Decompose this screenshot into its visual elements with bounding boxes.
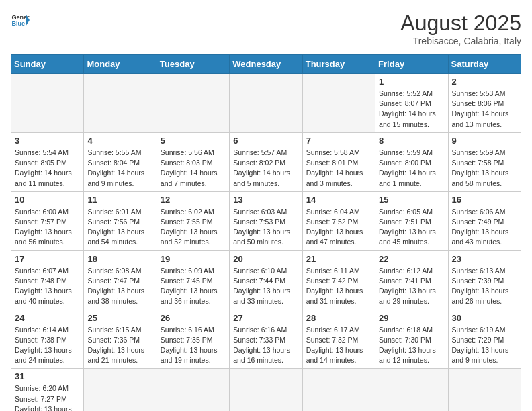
calendar-cell	[230, 74, 302, 133]
day-info: Sunrise: 5:52 AMSunset: 8:07 PMDaylight:…	[379, 89, 444, 130]
day-number: 12	[161, 195, 226, 205]
day-info: Sunrise: 5:54 AMSunset: 8:05 PMDaylight:…	[15, 148, 80, 189]
calendar-week-row: 3Sunrise: 5:54 AMSunset: 8:05 PMDaylight…	[11, 132, 521, 191]
day-number: 14	[306, 195, 371, 205]
day-info: Sunrise: 5:59 AMSunset: 8:00 PMDaylight:…	[379, 148, 444, 189]
day-info: Sunrise: 5:59 AMSunset: 7:58 PMDaylight:…	[452, 148, 517, 189]
day-info: Sunrise: 6:02 AMSunset: 7:55 PMDaylight:…	[161, 207, 226, 248]
calendar-cell: 12Sunrise: 6:02 AMSunset: 7:55 PMDayligh…	[157, 191, 229, 250]
calendar-cell	[448, 369, 521, 411]
weekday-header-wednesday: Wednesday	[230, 55, 302, 74]
calendar-cell: 19Sunrise: 6:09 AMSunset: 7:45 PMDayligh…	[157, 250, 229, 310]
calendar-week-row: 10Sunrise: 6:00 AMSunset: 7:57 PMDayligh…	[11, 191, 521, 250]
calendar-cell: 3Sunrise: 5:54 AMSunset: 8:05 PMDaylight…	[11, 132, 84, 191]
svg-text:Blue: Blue	[11, 20, 25, 27]
calendar-week-row: 1Sunrise: 5:52 AMSunset: 8:07 PMDaylight…	[11, 74, 521, 133]
calendar-cell: 21Sunrise: 6:11 AMSunset: 7:42 PMDayligh…	[302, 250, 375, 310]
calendar-cell: 16Sunrise: 6:06 AMSunset: 7:49 PMDayligh…	[448, 191, 521, 250]
calendar-cell: 22Sunrise: 6:12 AMSunset: 7:41 PMDayligh…	[375, 250, 448, 310]
day-number: 19	[161, 254, 226, 264]
day-info: Sunrise: 6:16 AMSunset: 7:33 PMDaylight:…	[233, 325, 298, 366]
day-info: Sunrise: 6:18 AMSunset: 7:30 PMDaylight:…	[379, 325, 444, 366]
day-info: Sunrise: 5:58 AMSunset: 8:01 PMDaylight:…	[306, 148, 371, 189]
day-number: 17	[15, 254, 80, 264]
day-info: Sunrise: 6:09 AMSunset: 7:45 PMDaylight:…	[161, 266, 226, 307]
logo: General Blue	[11, 11, 30, 30]
day-info: Sunrise: 6:11 AMSunset: 7:42 PMDaylight:…	[306, 266, 371, 307]
day-number: 8	[379, 136, 444, 146]
calendar-cell	[302, 369, 375, 411]
day-number: 15	[379, 195, 444, 205]
calendar-cell: 25Sunrise: 6:15 AMSunset: 7:36 PMDayligh…	[84, 310, 157, 369]
calendar-cell	[84, 369, 157, 411]
weekday-header-sunday: Sunday	[11, 55, 84, 74]
day-number: 9	[452, 136, 517, 146]
calendar-cell: 23Sunrise: 6:13 AMSunset: 7:39 PMDayligh…	[448, 250, 521, 310]
calendar-cell: 6Sunrise: 5:57 AMSunset: 8:02 PMDaylight…	[230, 132, 302, 191]
day-number: 3	[15, 136, 80, 146]
weekday-header-thursday: Thursday	[302, 55, 375, 74]
day-info: Sunrise: 6:12 AMSunset: 7:41 PMDaylight:…	[379, 266, 444, 307]
day-number: 11	[87, 195, 152, 205]
calendar-cell: 26Sunrise: 6:16 AMSunset: 7:35 PMDayligh…	[157, 310, 229, 369]
day-info: Sunrise: 6:03 AMSunset: 7:53 PMDaylight:…	[233, 207, 298, 248]
day-number: 23	[452, 254, 517, 264]
day-info: Sunrise: 5:55 AMSunset: 8:04 PMDaylight:…	[87, 148, 152, 189]
day-number: 2	[452, 77, 517, 87]
calendar-cell	[230, 369, 302, 411]
calendar-table: SundayMondayTuesdayWednesdayThursdayFrid…	[11, 54, 521, 411]
calendar-cell: 20Sunrise: 6:10 AMSunset: 7:44 PMDayligh…	[230, 250, 302, 310]
location-subtitle: Trebisacce, Calabria, Italy	[400, 36, 521, 46]
day-number: 27	[233, 313, 298, 323]
day-info: Sunrise: 6:19 AMSunset: 7:29 PMDaylight:…	[452, 325, 517, 366]
calendar-cell: 17Sunrise: 6:07 AMSunset: 7:48 PMDayligh…	[11, 250, 84, 310]
calendar-week-row: 31Sunrise: 6:20 AMSunset: 7:27 PMDayligh…	[11, 369, 521, 411]
weekday-header-friday: Friday	[375, 55, 448, 74]
day-number: 21	[306, 254, 371, 264]
calendar-cell	[11, 74, 84, 133]
day-number: 20	[233, 254, 298, 264]
weekday-header-monday: Monday	[84, 55, 157, 74]
calendar-cell: 29Sunrise: 6:18 AMSunset: 7:30 PMDayligh…	[375, 310, 448, 369]
day-info: Sunrise: 6:07 AMSunset: 7:48 PMDaylight:…	[15, 266, 80, 307]
title-area: August 2025 Trebisacce, Calabria, Italy	[400, 11, 521, 46]
day-number: 31	[15, 371, 80, 381]
day-number: 7	[306, 136, 371, 146]
day-info: Sunrise: 6:15 AMSunset: 7:36 PMDaylight:…	[87, 325, 152, 366]
calendar-cell: 2Sunrise: 5:53 AMSunset: 8:06 PMDaylight…	[448, 74, 521, 133]
calendar-cell: 15Sunrise: 6:05 AMSunset: 7:51 PMDayligh…	[375, 191, 448, 250]
month-year-title: August 2025	[400, 11, 521, 36]
day-number: 29	[379, 313, 444, 323]
weekday-header-saturday: Saturday	[448, 55, 521, 74]
calendar-cell: 8Sunrise: 5:59 AMSunset: 8:00 PMDaylight…	[375, 132, 448, 191]
calendar-cell: 11Sunrise: 6:01 AMSunset: 7:56 PMDayligh…	[84, 191, 157, 250]
day-info: Sunrise: 5:57 AMSunset: 8:02 PMDaylight:…	[233, 148, 298, 189]
calendar-cell: 28Sunrise: 6:17 AMSunset: 7:32 PMDayligh…	[302, 310, 375, 369]
day-number: 25	[87, 313, 152, 323]
day-number: 16	[452, 195, 517, 205]
day-info: Sunrise: 6:06 AMSunset: 7:49 PMDaylight:…	[452, 207, 517, 248]
calendar-cell	[157, 369, 229, 411]
day-number: 24	[15, 313, 80, 323]
day-info: Sunrise: 6:01 AMSunset: 7:56 PMDaylight:…	[87, 207, 152, 248]
day-number: 18	[87, 254, 152, 264]
day-number: 13	[233, 195, 298, 205]
calendar-week-row: 24Sunrise: 6:14 AMSunset: 7:38 PMDayligh…	[11, 310, 521, 369]
day-info: Sunrise: 6:14 AMSunset: 7:38 PMDaylight:…	[15, 325, 80, 366]
day-info: Sunrise: 6:17 AMSunset: 7:32 PMDaylight:…	[306, 325, 371, 366]
logo-icon: General Blue	[11, 11, 30, 30]
calendar-cell: 5Sunrise: 5:56 AMSunset: 8:03 PMDaylight…	[157, 132, 229, 191]
calendar-cell: 24Sunrise: 6:14 AMSunset: 7:38 PMDayligh…	[11, 310, 84, 369]
day-number: 1	[379, 77, 444, 87]
calendar-cell: 13Sunrise: 6:03 AMSunset: 7:53 PMDayligh…	[230, 191, 302, 250]
day-info: Sunrise: 6:00 AMSunset: 7:57 PMDaylight:…	[15, 207, 80, 248]
calendar-cell	[375, 369, 448, 411]
day-info: Sunrise: 6:13 AMSunset: 7:39 PMDaylight:…	[452, 266, 517, 307]
day-number: 6	[233, 136, 298, 146]
calendar-cell: 9Sunrise: 5:59 AMSunset: 7:58 PMDaylight…	[448, 132, 521, 191]
calendar-cell: 27Sunrise: 6:16 AMSunset: 7:33 PMDayligh…	[230, 310, 302, 369]
day-info: Sunrise: 6:04 AMSunset: 7:52 PMDaylight:…	[306, 207, 371, 248]
calendar-week-row: 17Sunrise: 6:07 AMSunset: 7:48 PMDayligh…	[11, 250, 521, 310]
day-info: Sunrise: 6:16 AMSunset: 7:35 PMDaylight:…	[161, 325, 226, 366]
calendar-cell: 7Sunrise: 5:58 AMSunset: 8:01 PMDaylight…	[302, 132, 375, 191]
